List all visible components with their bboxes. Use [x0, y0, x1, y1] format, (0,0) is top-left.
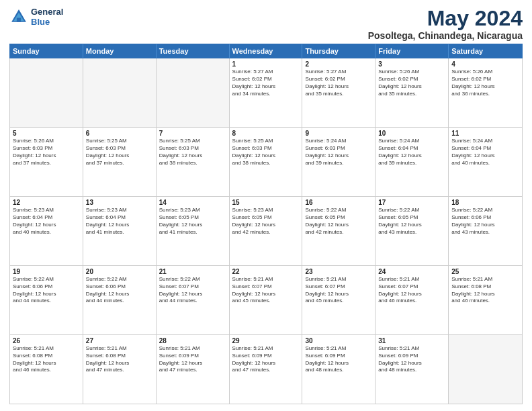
- day-number: 14: [159, 199, 226, 206]
- calendar-day-3: 3Sunrise: 5:26 AM Sunset: 6:02 PM Daylig…: [375, 58, 449, 127]
- calendar-week-2: 5Sunrise: 5:26 AM Sunset: 6:03 PM Daylig…: [10, 128, 522, 197]
- header-day-saturday: Saturday: [449, 44, 522, 58]
- day-number: 2: [305, 60, 372, 68]
- day-number: 6: [86, 130, 153, 137]
- calendar-day-10: 10Sunrise: 5:24 AM Sunset: 6:04 PM Dayli…: [375, 128, 449, 196]
- header-day-thursday: Thursday: [302, 44, 375, 58]
- day-number: 18: [451, 199, 519, 206]
- day-info: Sunrise: 5:27 AM Sunset: 6:02 PM Dayligh…: [232, 68, 300, 97]
- calendar-day-20: 20Sunrise: 5:22 AM Sunset: 6:06 PM Dayli…: [83, 266, 157, 334]
- header-day-wednesday: Wednesday: [230, 44, 303, 58]
- logo-text: General Blue: [31, 7, 63, 27]
- day-info: Sunrise: 5:21 AM Sunset: 6:08 PM Dayligh…: [451, 276, 519, 305]
- logo: General Blue: [9, 7, 63, 27]
- day-number: 28: [159, 337, 226, 345]
- calendar-day-24: 24Sunrise: 5:21 AM Sunset: 6:07 PM Dayli…: [375, 266, 449, 334]
- calendar-day-11: 11Sunrise: 5:24 AM Sunset: 6:04 PM Dayli…: [449, 128, 522, 196]
- day-info: Sunrise: 5:22 AM Sunset: 6:05 PM Dayligh…: [305, 207, 372, 236]
- month-title: May 2024: [368, 7, 523, 30]
- header-day-friday: Friday: [375, 44, 449, 58]
- day-info: Sunrise: 5:21 AM Sunset: 6:08 PM Dayligh…: [13, 345, 80, 374]
- header-day-monday: Monday: [83, 44, 157, 58]
- calendar-day-28: 28Sunrise: 5:21 AM Sunset: 6:09 PM Dayli…: [157, 335, 230, 404]
- day-number: 3: [378, 60, 445, 68]
- day-info: Sunrise: 5:23 AM Sunset: 6:05 PM Dayligh…: [159, 207, 226, 236]
- day-info: Sunrise: 5:21 AM Sunset: 6:07 PM Dayligh…: [378, 276, 445, 305]
- calendar-day-6: 6Sunrise: 5:25 AM Sunset: 6:03 PM Daylig…: [83, 128, 157, 196]
- calendar-week-3: 12Sunrise: 5:23 AM Sunset: 6:04 PM Dayli…: [10, 197, 522, 266]
- day-info: Sunrise: 5:22 AM Sunset: 6:07 PM Dayligh…: [159, 276, 226, 305]
- calendar-empty-cell: [83, 58, 157, 127]
- day-info: Sunrise: 5:24 AM Sunset: 6:04 PM Dayligh…: [451, 138, 519, 167]
- calendar-day-17: 17Sunrise: 5:22 AM Sunset: 6:05 PM Dayli…: [375, 197, 449, 265]
- day-number: 16: [305, 199, 372, 206]
- calendar-day-26: 26Sunrise: 5:21 AM Sunset: 6:08 PM Dayli…: [10, 335, 83, 404]
- calendar-body: 1Sunrise: 5:27 AM Sunset: 6:02 PM Daylig…: [9, 58, 523, 404]
- calendar-day-13: 13Sunrise: 5:23 AM Sunset: 6:04 PM Dayli…: [83, 197, 157, 265]
- day-number: 24: [378, 268, 445, 275]
- day-number: 15: [232, 199, 300, 206]
- day-info: Sunrise: 5:26 AM Sunset: 6:02 PM Dayligh…: [378, 68, 445, 97]
- day-number: 27: [86, 337, 153, 345]
- calendar-day-18: 18Sunrise: 5:22 AM Sunset: 6:06 PM Dayli…: [449, 197, 522, 265]
- day-number: 8: [232, 130, 300, 137]
- day-number: 23: [305, 268, 372, 275]
- day-number: 17: [378, 199, 445, 206]
- day-info: Sunrise: 5:23 AM Sunset: 6:05 PM Dayligh…: [232, 207, 300, 236]
- calendar-empty-cell: [449, 335, 522, 404]
- day-info: Sunrise: 5:21 AM Sunset: 6:09 PM Dayligh…: [159, 345, 226, 374]
- calendar-week-1: 1Sunrise: 5:27 AM Sunset: 6:02 PM Daylig…: [10, 58, 522, 128]
- day-number: 4: [451, 60, 519, 68]
- calendar-day-31: 31Sunrise: 5:21 AM Sunset: 6:09 PM Dayli…: [375, 335, 449, 404]
- calendar-day-7: 7Sunrise: 5:25 AM Sunset: 6:03 PM Daylig…: [157, 128, 230, 196]
- header: General Blue May 2024 Posoltega, Chinand…: [9, 7, 523, 41]
- calendar-week-4: 19Sunrise: 5:22 AM Sunset: 6:06 PM Dayli…: [10, 266, 522, 335]
- calendar-day-27: 27Sunrise: 5:21 AM Sunset: 6:08 PM Dayli…: [83, 335, 157, 404]
- day-info: Sunrise: 5:24 AM Sunset: 6:03 PM Dayligh…: [305, 138, 372, 167]
- calendar-empty-cell: [157, 58, 230, 127]
- svg-rect-2: [17, 18, 21, 22]
- calendar-empty-cell: [10, 58, 83, 127]
- location: Posoltega, Chinandega, Nicaragua: [368, 30, 523, 41]
- day-number: 25: [451, 268, 519, 275]
- calendar-day-2: 2Sunrise: 5:27 AM Sunset: 6:02 PM Daylig…: [302, 58, 375, 127]
- calendar-day-9: 9Sunrise: 5:24 AM Sunset: 6:03 PM Daylig…: [302, 128, 375, 196]
- calendar: SundayMondayTuesdayWednesdayThursdayFrid…: [9, 44, 523, 404]
- day-info: Sunrise: 5:21 AM Sunset: 6:07 PM Dayligh…: [305, 276, 372, 305]
- day-info: Sunrise: 5:22 AM Sunset: 6:06 PM Dayligh…: [13, 276, 80, 305]
- day-info: Sunrise: 5:21 AM Sunset: 6:08 PM Dayligh…: [86, 345, 153, 374]
- calendar-day-25: 25Sunrise: 5:21 AM Sunset: 6:08 PM Dayli…: [449, 266, 522, 334]
- day-number: 21: [159, 268, 226, 275]
- calendar-day-8: 8Sunrise: 5:25 AM Sunset: 6:03 PM Daylig…: [230, 128, 303, 196]
- day-info: Sunrise: 5:25 AM Sunset: 6:03 PM Dayligh…: [86, 138, 153, 167]
- calendar-day-4: 4Sunrise: 5:26 AM Sunset: 6:02 PM Daylig…: [449, 58, 522, 127]
- day-number: 11: [451, 130, 519, 137]
- day-info: Sunrise: 5:24 AM Sunset: 6:04 PM Dayligh…: [378, 138, 445, 167]
- day-number: 1: [232, 60, 300, 68]
- day-info: Sunrise: 5:23 AM Sunset: 6:04 PM Dayligh…: [13, 207, 80, 236]
- calendar-day-19: 19Sunrise: 5:22 AM Sunset: 6:06 PM Dayli…: [10, 266, 83, 334]
- day-number: 9: [305, 130, 372, 137]
- day-info: Sunrise: 5:25 AM Sunset: 6:03 PM Dayligh…: [159, 138, 226, 167]
- header-day-tuesday: Tuesday: [157, 44, 230, 58]
- day-number: 22: [232, 268, 300, 275]
- day-number: 10: [378, 130, 445, 137]
- day-number: 30: [305, 337, 372, 345]
- day-info: Sunrise: 5:22 AM Sunset: 6:06 PM Dayligh…: [451, 207, 519, 236]
- day-info: Sunrise: 5:21 AM Sunset: 6:09 PM Dayligh…: [378, 345, 445, 374]
- day-number: 26: [13, 337, 80, 345]
- day-number: 20: [86, 268, 153, 275]
- calendar-day-12: 12Sunrise: 5:23 AM Sunset: 6:04 PM Dayli…: [10, 197, 83, 265]
- day-number: 13: [86, 199, 153, 206]
- day-number: 12: [13, 199, 80, 206]
- day-number: 7: [159, 130, 226, 137]
- calendar-day-15: 15Sunrise: 5:23 AM Sunset: 6:05 PM Dayli…: [230, 197, 303, 265]
- calendar-day-21: 21Sunrise: 5:22 AM Sunset: 6:07 PM Dayli…: [157, 266, 230, 334]
- calendar-day-30: 30Sunrise: 5:21 AM Sunset: 6:09 PM Dayli…: [302, 335, 375, 404]
- day-info: Sunrise: 5:25 AM Sunset: 6:03 PM Dayligh…: [232, 138, 300, 167]
- day-number: 29: [232, 337, 300, 345]
- day-info: Sunrise: 5:21 AM Sunset: 6:09 PM Dayligh…: [305, 345, 372, 374]
- day-info: Sunrise: 5:22 AM Sunset: 6:06 PM Dayligh…: [86, 276, 153, 305]
- page: General Blue May 2024 Posoltega, Chinand…: [0, 0, 532, 411]
- day-info: Sunrise: 5:21 AM Sunset: 6:07 PM Dayligh…: [232, 276, 300, 305]
